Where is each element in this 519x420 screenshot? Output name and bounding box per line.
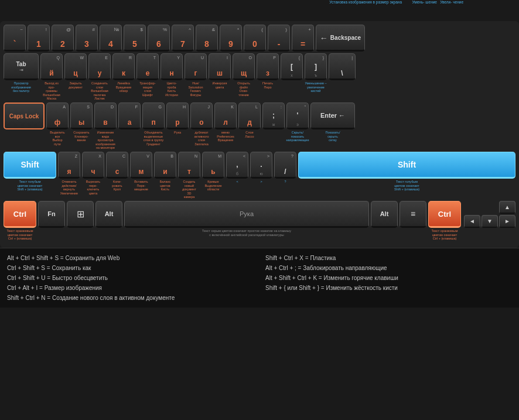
row-qwerty-container: Tab ⇥ Просмотризображениябез палитр Q й … — [4, 53, 515, 101]
key-alt-left[interactable]: Alt — [95, 201, 122, 244]
key-tilde[interactable]: ~ ` — [4, 25, 26, 52]
key-5[interactable]: $ 5 — [124, 25, 146, 52]
key-y[interactable]: Y н Цвето-пробаКистьИстории — [161, 53, 183, 97]
key-shift-right[interactable]: Shift Текст голубымцветом означаетShift … — [298, 152, 515, 195]
key-up[interactable]: ▲ — [499, 201, 515, 214]
row-numbers: ~ ` ! 1 @ 2 # 3 — [4, 25, 515, 52]
hint-install-image: Установка изображения в размер экрана — [329, 0, 402, 5]
shortcut-r3: Alt + Shift + Ctrl + K = Изменить горячи… — [265, 273, 512, 283]
key-enter[interactable]: Enter ← Показать/скрытьсетку — [310, 103, 355, 146]
key-right[interactable]: ► — [499, 215, 515, 228]
key-r[interactable]: R к ЛинейкаВращениеобзор — [112, 53, 135, 97]
key-n[interactable]: N т Создатьновыйдокумент3Dкамера — [178, 152, 200, 199]
key-2[interactable]: @ 2 — [52, 25, 74, 52]
key-backslash[interactable]: | \ — [329, 53, 356, 97]
key-ctrl-left[interactable]: Ctrl Текст оранжевымцветом означаетCtrl … — [4, 201, 36, 244]
row-bottom-container: Ctrl Текст оранжевымцветом означаетCtrl … — [4, 201, 515, 244]
key-1[interactable]: ! 1 — [28, 25, 50, 52]
key-v[interactable]: V м ВставитьПере-мещение — [130, 152, 152, 195]
key-caps-lock[interactable]: Caps Lock — [4, 103, 45, 146]
shortcut-r2: Alt + Ctrl + ; = Заблокировать направляю… — [265, 263, 512, 273]
key-6[interactable]: % 6 — [148, 25, 170, 52]
key-equals[interactable]: + = — [292, 25, 314, 52]
shortcut-3: Ctrl + Shift + U = Быстро обесцветить — [7, 273, 254, 283]
key-backspace[interactable]: ← Backspace — [316, 25, 365, 52]
nav-keys: ▲ ◄ ▼ ► — [464, 201, 515, 228]
key-d[interactable]: D в Изменениевидапросмотраизображенияна … — [94, 103, 117, 150]
key-bracket-r[interactable]: } ] ъ Уменьшение –увеличениекистей — [305, 53, 327, 97]
key-s[interactable]: S ы СохранитьКлониро-вание — [70, 103, 93, 146]
key-3[interactable]: # 3 — [76, 25, 98, 52]
key-l[interactable]: L д СлоиЛассо — [238, 103, 261, 146]
key-tab[interactable]: Tab ⇥ Просмотризображениябез палитр — [4, 53, 39, 97]
key-ctrl-right[interactable]: Ctrl Текст оранжевымцветом означаетCtrl … — [428, 201, 461, 244]
key-i[interactable]: I ш Инверсияцвета — [209, 53, 231, 97]
keyboard-wrapper: Установка изображения в размер экрана Ум… — [0, 0, 519, 308]
key-4[interactable]: № 4 — [100, 25, 122, 52]
key-fn[interactable]: Fn — [38, 201, 65, 244]
shortcut-1: Alt + Ctrl + Shift + S = Сохранить для W… — [7, 253, 254, 263]
hint-decrease: Умень- шение — [412, 0, 437, 5]
key-bracket-l[interactable]: { [ х — [281, 53, 303, 97]
shortcuts-right: Shift + Ctrl + X = Пластика Alt + Ctrl +… — [265, 253, 512, 303]
key-space[interactable]: Рука Текст серым цветом означает простое… — [124, 201, 369, 244]
key-9[interactable]: * 9 — [220, 25, 242, 52]
key-slash[interactable]: ? / ? — [274, 152, 296, 195]
shortcut-r1: Shift + Ctrl + X = Пластика — [265, 253, 512, 263]
key-b[interactable]: B и БалансцветовКисть — [154, 152, 176, 195]
key-w[interactable]: W ц Закрытьдокумент — [64, 53, 87, 97]
key-menu[interactable]: ≡ — [400, 201, 426, 244]
key-g[interactable]: G п Объединитьвыделенныеслои в группуГра… — [142, 103, 165, 146]
key-h[interactable]: H р Рука — [166, 103, 189, 146]
key-z[interactable]: Z я Отменитьдействие/вернутьУвеличение — [58, 152, 80, 195]
row-asdf-container: Caps Lock A ф ВыделитьвсеВыборпути S ы С… — [4, 103, 515, 150]
key-period[interactable]: > . ю > — [250, 152, 272, 195]
row-shift-container: Shift Текст голубымцветом означаетShift … — [4, 152, 515, 199]
key-win[interactable]: ⊞ — [67, 201, 94, 244]
key-p[interactable]: P з ПечатьПеро — [257, 53, 279, 97]
key-left[interactable]: ◄ — [464, 215, 480, 228]
key-u[interactable]: U г Hue/SaturationГеомет.Фигуры — [185, 53, 207, 97]
key-7[interactable]: ^ 7 — [172, 25, 194, 52]
key-down[interactable]: ▼ — [482, 215, 498, 228]
hint-increase: Увели- чение — [440, 0, 463, 5]
key-k[interactable]: K л менюPreferencesВращение — [214, 103, 237, 146]
key-q[interactable]: Q й Выход изпро-граммыВолшебнаяМаска — [40, 53, 63, 101]
key-8[interactable]: & 8 — [196, 25, 218, 52]
key-alt-right[interactable]: Alt — [371, 201, 398, 244]
keyboard: ~ ` ! 1 @ 2 # 3 — [0, 21, 519, 248]
shortcut-r4: Shift + { или Shift + } = Изменить жёстк… — [265, 283, 512, 293]
key-e[interactable]: E у СоединитьслоиВолшебнаяпалочкаЛастик — [88, 53, 111, 101]
shortcut-5: Shift + Ctrl + N = Создание нового слоя … — [7, 293, 254, 303]
key-minus[interactable]: ) - — [268, 25, 290, 52]
key-j[interactable]: J о дубликатактивногослояЗаплатка — [190, 103, 213, 146]
key-comma[interactable]: < , б < — [226, 152, 248, 195]
shortcuts-section: Alt + Ctrl + Shift + S = Сохранить для W… — [0, 248, 519, 308]
shortcut-2: Ctrl + Shift + S = Сохранить как — [7, 263, 254, 273]
key-o[interactable]: O щ ОткрытьфайлОсве-тление — [233, 53, 255, 97]
key-m[interactable]: M ь КривыеВыделениеобласти — [202, 152, 224, 195]
key-x[interactable]: X ч Вырезатьпере-ключитьцвета — [82, 152, 104, 195]
key-c[interactable]: C с Копи-роватьКроп — [106, 152, 128, 195]
key-semicolon[interactable]: : ; ж — [262, 103, 285, 146]
key-a[interactable]: A ф ВыделитьвсеВыборпути — [46, 103, 69, 146]
shortcuts-left: Alt + Ctrl + Shift + S = Сохранить для W… — [7, 253, 254, 303]
key-quote[interactable]: " ' э Скрыть/показатьнаправляющие — [286, 103, 309, 146]
key-shift-left[interactable]: Shift Текст голубымцветом означаетShift … — [4, 152, 56, 195]
key-t[interactable]: T е Трансфор-мацияслояШрифт — [136, 53, 159, 97]
key-0[interactable]: ( 0 — [244, 25, 266, 52]
key-f[interactable]: F а — [118, 103, 141, 146]
shortcut-4: Ctrl + Alt + I = Размер изображения — [7, 283, 254, 293]
